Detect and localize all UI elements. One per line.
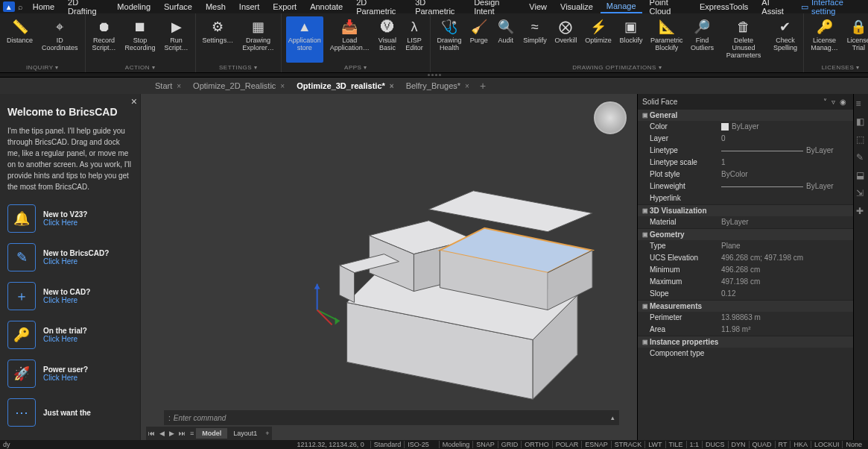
strip-icon-5[interactable]: ⬓ <box>856 170 867 180</box>
status-segment[interactable]: ISO-25 <box>404 441 432 448</box>
ribbon-run[interactable]: ▶RunScript… <box>162 16 191 63</box>
prop-row[interactable]: TypePlane <box>638 240 853 252</box>
status-segment[interactable]: Standard <box>370 441 405 448</box>
ribbon-group-title[interactable]: LICENSES ▾ <box>808 63 868 72</box>
collapse-icon[interactable]: ▣ <box>642 231 650 238</box>
status-segment[interactable]: STRACK <box>611 441 645 448</box>
collapse-icon[interactable]: ▣ <box>642 112 650 119</box>
ribbon-parametric[interactable]: 📐ParametricBlockify <box>649 16 685 63</box>
prop-category[interactable]: ▣Instance properties <box>638 336 853 348</box>
prop-row[interactable]: Linetype scale1 <box>638 157 853 169</box>
ribbon-settings-[interactable]: ⚙Settings… <box>200 16 236 63</box>
prop-row[interactable]: Minimum496.268 cm <box>638 264 853 276</box>
prop-row[interactable]: Maximum497.198 cm <box>638 276 853 288</box>
menu-item-visualize[interactable]: Visualize <box>554 1 599 13</box>
ribbon-id[interactable]: ⌖IDCoordinates <box>39 16 80 63</box>
status-segment[interactable]: DUCS <box>702 441 728 448</box>
prop-value[interactable]: 11.98 m² <box>721 324 853 335</box>
status-segment[interactable]: ORTHO <box>521 441 551 448</box>
collapse-icon[interactable]: ▣ <box>642 207 650 214</box>
tip-link[interactable]: Click Here <box>43 296 133 304</box>
add-layout-button[interactable]: + <box>263 430 271 437</box>
status-segment[interactable]: POLAR <box>552 441 582 448</box>
ribbon-overkill[interactable]: ⨂Overkill <box>553 16 579 63</box>
prop-row[interactable]: Component type <box>638 348 853 359</box>
layout-nav-button[interactable]: ⏮ <box>146 430 157 437</box>
layout-nav-button[interactable]: ≡ <box>188 430 196 437</box>
prop-value[interactable]: 497.198 cm <box>721 277 853 287</box>
prop-category[interactable]: ▣General <box>638 109 853 121</box>
close-icon[interactable]: × <box>390 82 394 90</box>
strip-icon-2[interactable]: ◧ <box>856 116 867 127</box>
menu-item-surface[interactable]: Surface <box>158 1 198 13</box>
status-segment[interactable]: QUAD <box>749 441 775 448</box>
prop-row[interactable]: Layer0 <box>638 133 853 145</box>
ribbon-check[interactable]: ✔CheckSpelling <box>772 16 799 63</box>
left-panel-scrollbar[interactable] <box>140 94 146 440</box>
prop-value[interactable] <box>721 193 853 204</box>
status-segment[interactable]: SNAP <box>472 441 498 448</box>
prop-row[interactable]: Slope0.12 <box>638 288 853 300</box>
close-icon[interactable]: × <box>280 82 285 90</box>
file-tab[interactable]: Optimize_3D_realistic*× <box>291 78 399 94</box>
prop-value[interactable]: ByLayer <box>721 217 853 227</box>
strip-icon-1[interactable]: ≡ <box>856 98 867 109</box>
ribbon-license[interactable]: 🔑LicenseManag… <box>808 16 840 63</box>
strip-icon-6[interactable]: ⇲ <box>856 188 867 198</box>
prop-value[interactable]: 496.268 cm; 497.198 cm <box>721 253 853 263</box>
menu-item-home[interactable]: Home <box>27 1 60 13</box>
menu-item-insert[interactable]: Insert <box>233 1 266 13</box>
menu-item-view[interactable]: View <box>523 1 553 13</box>
view-cube[interactable] <box>594 101 627 134</box>
ribbon-drawing[interactable]: ▦DrawingExplorer… <box>240 16 276 63</box>
ribbon-delete-unused[interactable]: 🗑Delete UnusedParameters <box>720 16 767 63</box>
file-tab[interactable]: Belfry_Bruges*× <box>400 78 475 94</box>
prop-row[interactable]: Area11.98 m² <box>638 324 853 336</box>
3d-viewport[interactable]: : Enter command ▴ ⏮◀▶⏭≡ModelLayout1+ <box>146 94 637 440</box>
prop-value[interactable]: 13.98863 m <box>721 313 853 323</box>
prop-row[interactable]: Hyperlink <box>638 192 853 204</box>
status-segment[interactable]: TILE <box>665 441 686 448</box>
add-tab-button[interactable]: + <box>475 78 490 94</box>
prop-value[interactable]: ByLayer <box>721 145 853 156</box>
status-segment[interactable]: DYN <box>728 441 749 448</box>
status-segment[interactable]: ESNAP <box>581 441 611 448</box>
menu-item-expresstools[interactable]: ExpressTools <box>694 1 754 13</box>
ribbon-group-title[interactable]: APPS ▾ <box>286 63 425 72</box>
ribbon-simplify[interactable]: ≈Simplify <box>522 16 548 63</box>
prop-row[interactable]: Plot styleByColor <box>638 169 853 180</box>
status-segment[interactable]: RT <box>775 441 791 448</box>
prop-value[interactable]: ByColor <box>721 169 853 180</box>
prop-value[interactable]: 0.12 <box>721 289 853 299</box>
status-segment[interactable]: None <box>842 441 865 448</box>
tip-link[interactable]: Click Here <box>43 374 133 382</box>
prop-value[interactable]: 1 <box>721 157 853 168</box>
close-icon[interactable]: × <box>465 82 469 90</box>
props-filter-icon[interactable]: ▿ <box>829 98 837 106</box>
prop-row[interactable]: Perimeter13.98863 m <box>638 312 853 324</box>
status-segment[interactable]: GRID <box>498 441 522 448</box>
tip-link[interactable]: Click Here <box>43 219 133 227</box>
ribbon-record[interactable]: ⏺RecordScript… <box>90 16 118 63</box>
prop-value[interactable]: 0 <box>721 134 853 144</box>
ribbon-audit[interactable]: 🔍Audit <box>495 16 517 63</box>
command-line[interactable]: : Enter command ▴ <box>164 410 619 425</box>
collapse-icon[interactable]: ▣ <box>642 303 650 310</box>
prop-value[interactable]: Plane <box>721 241 853 251</box>
prop-row[interactable]: ColorByLayer <box>638 121 853 133</box>
ribbon-purge[interactable]: 🧹Purge <box>468 16 490 63</box>
strip-icon-3[interactable]: ⬚ <box>856 134 867 145</box>
ribbon-group-title[interactable]: SETTINGS ▾ <box>200 63 276 72</box>
ribbon-group-title[interactable]: ACTION ▾ <box>90 63 191 72</box>
prop-row[interactable]: MaterialByLayer <box>638 216 853 228</box>
collapse-icon[interactable]: ▣ <box>642 339 650 345</box>
menu-item-mesh[interactable]: Mesh <box>200 1 232 13</box>
menu-item-modeling[interactable]: Modeling <box>111 1 156 13</box>
layout-tab[interactable]: Model <box>196 428 227 439</box>
layout-nav-button[interactable]: ◀ <box>157 430 167 437</box>
ribbon-drawing[interactable]: 🩺DrawingHealth <box>435 16 463 63</box>
close-icon[interactable]: × <box>131 95 137 107</box>
strip-icon-4[interactable]: ✎ <box>856 152 867 163</box>
command-expand-icon[interactable]: ▴ <box>611 414 615 421</box>
app-logo[interactable]: ▲ <box>3 1 15 12</box>
